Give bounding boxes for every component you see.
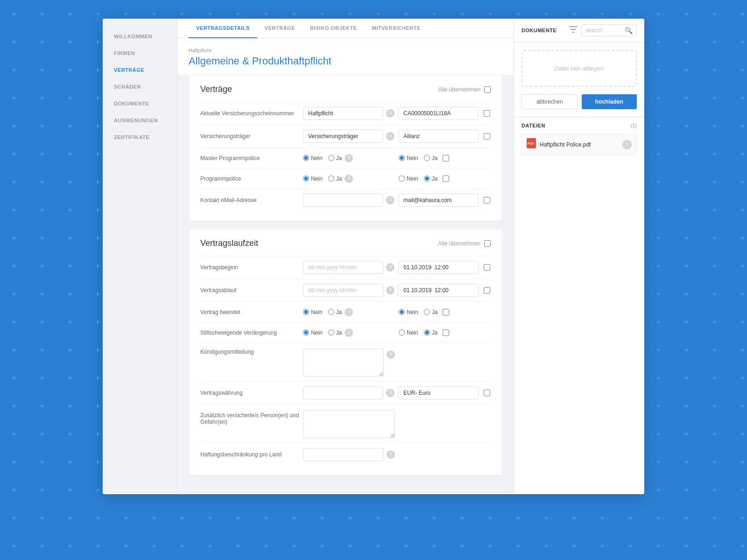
- cancel-button[interactable]: abbrechen: [521, 94, 578, 109]
- svg-point-7: [627, 145, 627, 146]
- vertragswaehrung-left-input[interactable]: [303, 386, 383, 399]
- haftungsbeschraenkung-input[interactable]: [303, 448, 384, 461]
- versicherungstraeger-checkbox[interactable]: [484, 133, 490, 140]
- programmpolice-checkbox[interactable]: [443, 175, 449, 182]
- programmpolice-label: Programmpolice: [200, 175, 303, 182]
- programmpolice-right-nein[interactable]: Nein: [399, 175, 418, 182]
- zusaetzlich-versicherte-textarea[interactable]: [303, 410, 395, 438]
- sidebar-item-schaeden[interactable]: SCHÄDEN: [103, 78, 177, 95]
- master-programmpolice-right-nein[interactable]: Nein: [399, 155, 418, 161]
- programmpolice-help-icon[interactable]: ?: [345, 175, 353, 183]
- vertragswaehrung-checkbox[interactable]: [484, 390, 490, 396]
- kontakt-email-right-input[interactable]: [398, 194, 479, 207]
- vertrag-beendet-left-nein[interactable]: Nein: [303, 309, 323, 315]
- versicherungsscheinnummer-right-input[interactable]: [398, 107, 479, 120]
- page-subtitle: Haftpflicht: [189, 48, 502, 53]
- versicherungstraeger-label: Versicherungsträger: [200, 133, 303, 140]
- versicherungstraeger-right-input[interactable]: [398, 130, 479, 143]
- stillschweigende-right-ja[interactable]: Ja: [424, 329, 438, 336]
- vertrag-beendet-checkbox[interactable]: [443, 309, 449, 315]
- master-programmpolice-help-icon[interactable]: ?: [345, 154, 353, 162]
- programmpolice-left-ja[interactable]: Ja: [328, 175, 342, 182]
- stillschweigende-left-nein[interactable]: Nein: [303, 329, 323, 336]
- vertragsbeginn-right-input[interactable]: [398, 261, 479, 274]
- kuendigungsmitteilung-help-icon[interactable]: ?: [387, 350, 395, 359]
- vertraege-title: Verträge: [200, 84, 232, 94]
- programmpolice-right-ja[interactable]: Ja: [424, 175, 438, 182]
- versicherungstraeger-left-input[interactable]: [303, 130, 383, 143]
- tab-vertraege[interactable]: VERTRÄGE: [257, 19, 303, 38]
- vertragsablauf-checkbox[interactable]: [484, 287, 490, 294]
- stillschweigende-help-icon[interactable]: ?: [345, 329, 353, 337]
- files-count: (1): [631, 123, 637, 128]
- file-name: Haftpflicht Police.pdf: [540, 141, 619, 148]
- vertragsablauf-help-icon[interactable]: ?: [386, 286, 395, 294]
- vertragslaufzeit-alle-checkbox[interactable]: [484, 240, 491, 247]
- filter-icon[interactable]: [569, 26, 578, 35]
- sidebar-item-willkommen[interactable]: WILLKOMMEN: [103, 28, 177, 45]
- vertragsbeginn-row: Vertragsbeginn ?: [200, 256, 491, 279]
- vertrag-beendet-right-ja[interactable]: Ja: [424, 309, 438, 315]
- sidebar-item-zertifikate[interactable]: ZERTIFIKATE: [103, 129, 177, 146]
- versicherungsscheinnummer-checkbox[interactable]: [484, 110, 490, 117]
- file-more-button[interactable]: [622, 140, 632, 149]
- search-icon[interactable]: 🔍: [625, 27, 633, 34]
- kuendigungsmitteilung-textarea[interactable]: [303, 349, 384, 377]
- kuendigungsmitteilung-label: Kündigungsmitteilung: [200, 349, 303, 355]
- kuendigungsmitteilung-row: Kündigungsmitteilung ?: [200, 343, 491, 381]
- versicherungsscheinnummer-help-icon[interactable]: ?: [386, 109, 395, 118]
- sidebar-item-firmen[interactable]: FIRMEN: [103, 45, 177, 62]
- vertragsablauf-row: Vertragsablauf ?: [200, 279, 491, 301]
- vertrag-beendet-row: Vertrag beendet Nein: [200, 301, 491, 322]
- file-item[interactable]: PDF Haftpflicht Police.pdf: [521, 134, 637, 155]
- vertragswaehrung-right-input[interactable]: [398, 386, 479, 399]
- stillschweigende-right-nein[interactable]: Nein: [399, 329, 418, 336]
- master-programmpolice-left-nein[interactable]: Nein: [303, 155, 323, 161]
- stillschweigende-checkbox[interactable]: [443, 329, 449, 336]
- kontakt-email-help-icon[interactable]: ?: [386, 196, 395, 204]
- haftungsbeschraenkung-row: Haftungsbeschränkung pro Land ?: [200, 443, 491, 466]
- upload-button[interactable]: hochladen: [582, 94, 637, 109]
- vertragsablauf-right-input[interactable]: [398, 284, 479, 297]
- versicherungsscheinnummer-left-input[interactable]: [303, 107, 383, 120]
- vertragsbeginn-help-icon[interactable]: ?: [386, 263, 395, 272]
- versicherungstraeger-help-icon[interactable]: ?: [386, 132, 395, 140]
- sidebar-item-auswenungen[interactable]: AUSWENUNGEN: [103, 112, 177, 129]
- vertragswaehrung-help-icon[interactable]: ?: [386, 389, 395, 397]
- vertragsbeginn-checkbox[interactable]: [484, 264, 490, 271]
- kontakt-email-left-input[interactable]: [303, 194, 383, 207]
- upload-actions: abbrechen hochladen: [514, 94, 644, 117]
- vertragsablauf-left-input[interactable]: [303, 284, 383, 297]
- programmpolice-left-radios: Nein Ja: [303, 175, 342, 182]
- tab-mitversicherte[interactable]: MITVERSICHERTE: [365, 19, 428, 38]
- vertraege-alle-checkbox[interactable]: [484, 86, 491, 93]
- vertraege-section: Verträge Alle übernehmen Aktuelle Versic…: [189, 75, 502, 221]
- sidebar: WILLKOMMEN FIRMEN VERTRÄGE SCHÄDEN DOKUM…: [103, 19, 177, 494]
- vertrag-beendet-help-icon[interactable]: ?: [345, 308, 353, 316]
- documents-search-input[interactable]: [585, 27, 623, 34]
- vertrag-beendet-right-nein[interactable]: Nein: [399, 309, 418, 315]
- documents-panel-header: DOKUMENTE 🔍: [514, 19, 644, 42]
- vertragslaufzeit-alle-uebernehmen: Alle übernehmen: [438, 240, 491, 247]
- page-header: Haftpflicht Allgemeine & Produkthaftpfli…: [177, 38, 514, 75]
- stillschweigende-left-ja[interactable]: Ja: [328, 329, 342, 336]
- vertraege-section-header: Verträge Alle übernehmen: [200, 84, 491, 94]
- master-programmpolice-right-ja[interactable]: Ja: [424, 155, 438, 161]
- programmpolice-left-nein[interactable]: Nein: [303, 175, 323, 182]
- sidebar-item-dokumente[interactable]: DOKUMENTE: [103, 95, 177, 112]
- tab-risiko-objekte[interactable]: RISIKO-OBJEKTE: [303, 19, 365, 38]
- vertragsbeginn-left-input[interactable]: [303, 261, 383, 274]
- documents-search-box[interactable]: 🔍: [581, 24, 637, 36]
- kontakt-email-checkbox[interactable]: [484, 197, 490, 203]
- file-drop-zone[interactable]: Datei hier ablegen: [521, 50, 637, 87]
- tab-vertragsdetails[interactable]: VERTRAGSDETAILS: [189, 19, 257, 38]
- vertraege-alle-uebernehmen: Alle übernehmen: [438, 86, 491, 93]
- master-programmpolice-left-ja[interactable]: Ja: [328, 155, 342, 161]
- versicherungsscheinnummer-row: Aktuelle Versicherungsscheinnummer ?: [200, 102, 491, 125]
- versicherungstraeger-row: Versicherungsträger ?: [200, 125, 491, 147]
- vertrag-beendet-left-ja[interactable]: Ja: [328, 309, 342, 315]
- sidebar-item-vertraege[interactable]: VERTRÄGE: [103, 62, 177, 78]
- master-programmpolice-checkbox[interactable]: [443, 155, 449, 161]
- zusaetzlich-versicherte-label: Zusätzlich versicherte/s Person(en) und …: [200, 410, 303, 425]
- haftungsbeschraenkung-help-icon[interactable]: ?: [387, 450, 395, 459]
